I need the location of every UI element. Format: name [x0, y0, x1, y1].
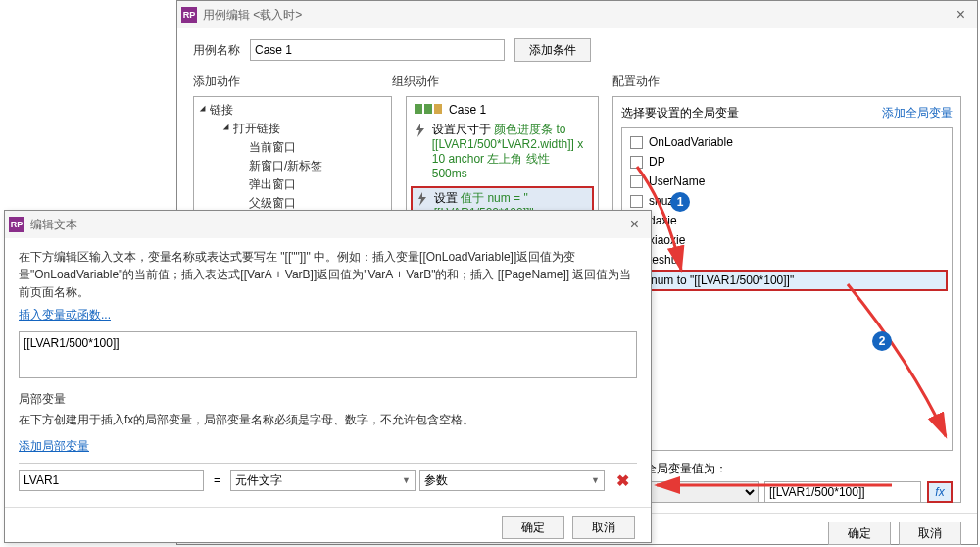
- add-local-var-link[interactable]: 添加局部变量: [19, 438, 89, 455]
- close-icon[interactable]: ×: [949, 6, 973, 24]
- step-badge-2: 2: [872, 331, 892, 351]
- var-item[interactable]: DP: [622, 152, 952, 172]
- lv-type-select[interactable]: 元件文字▼: [230, 470, 416, 491]
- edit-text-dialog: RP 编辑文本 × 在下方编辑区输入文本，变量名称或表达式要写在 "[[""]]…: [4, 210, 652, 543]
- value-input[interactable]: [764, 481, 921, 503]
- config-action-label: 配置动作: [612, 74, 961, 90]
- ok-button[interactable]: 确定: [828, 522, 891, 545]
- titlebar: RP 用例编辑 <载入时> ×: [177, 1, 977, 28]
- titlebar: RP 编辑文本 ×: [5, 211, 651, 238]
- action-item[interactable]: 设置尺寸于 颜色进度条 to [[LVAR1/500*LVAR2.width]]…: [411, 120, 594, 184]
- var-item-selected[interactable]: num to "[[LVAR1/500*100]]": [626, 270, 948, 291]
- local-var-title: 局部变量: [19, 391, 637, 408]
- tree-item[interactable]: 新窗口/新标签: [245, 157, 387, 175]
- add-action-label: 添加动作: [193, 74, 392, 90]
- app-logo: RP: [181, 7, 197, 23]
- cancel-button[interactable]: 取消: [572, 516, 635, 539]
- add-condition-button[interactable]: 添加条件: [514, 38, 591, 62]
- var-item[interactable]: xiaoxie: [622, 230, 952, 250]
- close-icon[interactable]: ×: [622, 216, 647, 233]
- case-name-label: 用例名称: [193, 42, 240, 59]
- help-text: 在下方编辑区输入文本，变量名称或表达式要写在 "[[""]]" 中。例如：插入变…: [19, 248, 637, 301]
- bolt-icon: [416, 192, 428, 206]
- organize-action-label: 组织动作: [392, 74, 612, 90]
- add-global-var-link[interactable]: 添加全局变量: [882, 105, 953, 122]
- svg-rect-0: [415, 104, 422, 114]
- cancel-button[interactable]: 取消: [899, 522, 961, 545]
- case-label: Case 1: [449, 103, 486, 117]
- bolt-icon: [415, 124, 426, 137]
- expression-textarea[interactable]: [[LVAR1/500*100]]: [19, 331, 637, 378]
- var-item[interactable]: OnLoadVariable: [622, 132, 952, 152]
- fx-button[interactable]: fx: [927, 481, 953, 503]
- svg-rect-1: [424, 104, 432, 114]
- local-var-desc: 在下方创建用于插入fx的局部变量，局部变量名称必须是字母、数字，不允许包含空格。: [19, 412, 637, 428]
- svg-rect-2: [434, 104, 442, 114]
- local-var-row: = 元件文字▼ 参数▼ ✖: [19, 463, 637, 497]
- lv-name-input[interactable]: [19, 470, 204, 491]
- tree-open-link[interactable]: 打开链接: [233, 122, 280, 135]
- dialog-title: 编辑文本: [30, 217, 77, 233]
- app-logo: RP: [9, 217, 24, 232]
- var-item[interactable]: daxie: [622, 211, 952, 230]
- dialog-title: 用例编辑 <载入时>: [203, 7, 302, 24]
- tree-item[interactable]: 弹出窗口: [245, 175, 387, 194]
- tree-root: 链接: [210, 103, 233, 117]
- set-global-var-label: 设置全局变量值为：: [621, 461, 953, 477]
- global-var-list[interactable]: OnLoadVariable DP UserName shuzi daxie x…: [621, 127, 953, 451]
- var-item[interactable]: UserName: [622, 172, 952, 191]
- lv-target-select[interactable]: 参数▼: [419, 470, 605, 491]
- global-var-list-title: 选择要设置的全局变量: [621, 105, 739, 122]
- case-icon: [415, 103, 442, 118]
- case-name-input[interactable]: [250, 39, 505, 61]
- var-item[interactable]: teshu: [622, 250, 952, 270]
- delete-icon[interactable]: ✖: [609, 472, 637, 490]
- ok-button[interactable]: 确定: [502, 516, 564, 539]
- insert-var-link[interactable]: 插入变量或函数...: [19, 307, 111, 323]
- tree-item[interactable]: 当前窗口: [245, 138, 387, 157]
- step-badge-1: 1: [670, 192, 690, 212]
- equals-label: =: [208, 473, 226, 487]
